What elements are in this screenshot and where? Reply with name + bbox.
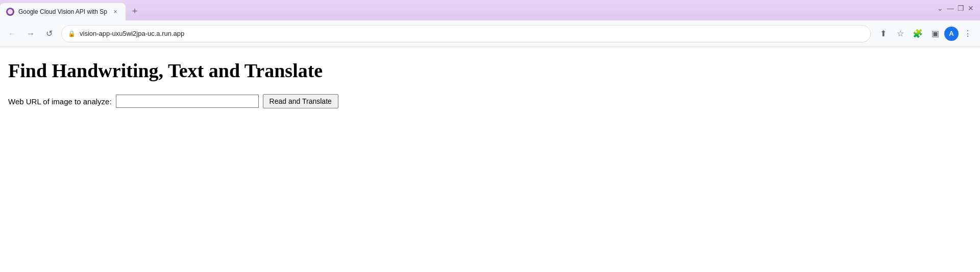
svg-point-0 [8, 9, 13, 14]
new-tab-button[interactable]: + [128, 4, 142, 18]
browser-window: Google Cloud Vision API with Sp × + ⌄ — … [0, 0, 980, 272]
profile-button[interactable]: A [944, 27, 959, 41]
address-url: vision-app-uxu5wi2jpa-uc.a.run.app [80, 30, 864, 37]
form-label: Web URL of image to analyze: [8, 97, 112, 106]
share-icon: ⬆ [880, 29, 887, 38]
address-bar-actions: ⬆ ☆ 🧩 ▣ A ⋮ [875, 26, 976, 42]
minimize-button[interactable]: — [946, 4, 954, 12]
address-input-wrapper[interactable]: 🔒 vision-app-uxu5wi2jpa-uc.a.run.app [61, 25, 871, 42]
bookmark-button[interactable]: ☆ [892, 26, 909, 42]
forward-button[interactable]: → [22, 26, 39, 42]
maximize-button[interactable]: ❐ [957, 4, 965, 12]
read-translate-button[interactable]: Read and Translate [263, 94, 338, 108]
bookmark-icon: ☆ [897, 29, 904, 38]
lock-icon: 🔒 [68, 30, 76, 37]
forward-icon: → [27, 29, 35, 38]
active-tab[interactable]: Google Cloud Vision API with Sp × [0, 3, 126, 20]
form-row: Web URL of image to analyze: Read and Tr… [8, 94, 972, 108]
page-content: Find Handwriting, Text and Translate Web… [0, 47, 980, 272]
extensions-icon: 🧩 [913, 29, 923, 38]
url-input[interactable] [116, 95, 259, 108]
tab-close-button[interactable]: × [111, 8, 119, 16]
menu-icon: ⋮ [964, 29, 972, 38]
reload-button[interactable]: ↺ [41, 26, 57, 42]
extensions-button[interactable]: 🧩 [910, 26, 926, 42]
split-screen-icon: ▣ [932, 29, 939, 38]
close-window-button[interactable]: ✕ [967, 4, 975, 12]
tab-title: Google Cloud Vision API with Sp [18, 8, 107, 15]
address-bar: ← → ↺ 🔒 vision-app-uxu5wi2jpa-uc.a.run.a… [0, 20, 980, 47]
tab-bar: Google Cloud Vision API with Sp × + ⌄ — … [0, 0, 980, 20]
menu-button[interactable]: ⋮ [960, 26, 976, 42]
reload-icon: ↺ [46, 29, 53, 38]
tab-favicon-icon [6, 8, 14, 16]
back-icon: ← [8, 29, 16, 38]
back-button[interactable]: ← [4, 26, 20, 42]
page-title: Find Handwriting, Text and Translate [8, 59, 972, 82]
split-screen-button[interactable]: ▣ [927, 26, 943, 42]
share-button[interactable]: ⬆ [875, 26, 891, 42]
dropdown-icon[interactable]: ⌄ [936, 4, 944, 12]
window-controls: ⌄ — ❐ ✕ [936, 4, 975, 12]
